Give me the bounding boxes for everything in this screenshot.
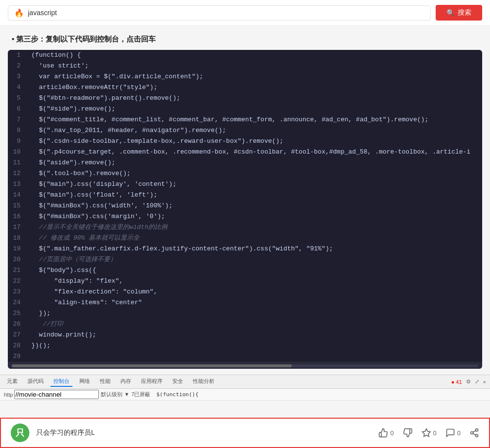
devtools-bottom: http 默认级别 ▼ 7已屏蔽 $(function(){	[0, 389, 490, 401]
table-row: 17 //显示不全关键在于修改这里的width的比例	[8, 222, 482, 233]
line-number: 9	[8, 136, 25, 147]
line-number: 5	[8, 93, 25, 104]
line-code: "flex-direction": "column",	[25, 287, 482, 297]
svg-marker-0	[422, 429, 430, 437]
devtools-tab-application[interactable]: 应用程序	[138, 377, 165, 387]
line-number: 19	[8, 244, 25, 254]
line-code: "display": "flex",	[25, 276, 482, 287]
line-code: $(".tool-box").remove();	[25, 168, 482, 179]
dislike-icon	[403, 428, 413, 438]
line-code: $("#comment_title, #comment_list, #comme…	[25, 114, 482, 125]
settings-icon[interactable]: ⚙	[466, 379, 471, 385]
bottom-code: $(function(){	[157, 391, 199, 398]
line-number: 12	[8, 168, 25, 179]
line-number: 28	[8, 340, 25, 351]
line-code	[25, 351, 482, 362]
search-input[interactable]	[28, 9, 424, 17]
line-code: articleBox.removeAttr("style");	[25, 82, 482, 93]
line-code: })();	[25, 340, 482, 351]
devtools-right: ● 41 ⚙ ⤢ ×	[451, 379, 486, 385]
devtools-tab-memory[interactable]: 内存	[117, 377, 134, 387]
devtools-tab-performance[interactable]: 性能	[97, 377, 114, 387]
close-icon[interactable]: ×	[483, 379, 486, 385]
devtools-tab-network[interactable]: 网络	[76, 377, 93, 387]
table-row: 22 "display": "flex",	[8, 276, 482, 287]
line-number: 24	[8, 297, 25, 308]
svg-point-2	[471, 432, 473, 434]
devtools-tab-elements[interactable]: 元素	[4, 377, 21, 387]
filter-label[interactable]: 默认级别 ▼	[101, 391, 129, 398]
devtools-tab-profiler[interactable]: 性能分析	[190, 377, 217, 387]
search-button[interactable]: 🔍 搜索	[436, 5, 482, 21]
line-code: $(".p4course_target, .comment-box, .reco…	[25, 147, 482, 157]
table-row: 12 $(".tool-box").remove();	[8, 168, 482, 179]
scrollbar-thumb[interactable]	[12, 364, 292, 367]
blocked-label: 7已屏蔽	[131, 391, 150, 398]
url-label: http	[4, 392, 13, 398]
share-icon	[469, 428, 479, 438]
comment-count: 0	[457, 429, 461, 437]
line-number: 3	[8, 71, 25, 82]
url-input[interactable]	[14, 390, 99, 399]
table-row: 23 "flex-direction": "column",	[8, 287, 482, 297]
line-number: 8	[8, 125, 25, 136]
url-bar: http	[4, 390, 99, 399]
line-number: 1	[8, 50, 25, 61]
line-number: 4	[8, 82, 25, 93]
line-number: 22	[8, 276, 25, 287]
line-number: 26	[8, 319, 25, 330]
code-container: 1(function() {2 'use strict';3 var artic…	[8, 50, 482, 369]
table-row: 28})();	[8, 340, 482, 351]
devtools-tab-sources[interactable]: 源代码	[24, 377, 47, 387]
error-badge: ● 41	[451, 379, 462, 385]
line-code: window.print();	[25, 330, 482, 340]
table-row: 11 $("aside").remove();	[8, 157, 482, 168]
table-row: 15 $("#mainBox").css('width', '100%');	[8, 201, 482, 211]
table-row: 25 });	[8, 308, 482, 319]
scrollbar-area[interactable]	[8, 362, 482, 369]
table-row: 19 $(".main_father.clearfix.d-flex.justi…	[8, 244, 482, 254]
search-icon: 🔍	[446, 9, 455, 17]
comment-icon	[445, 428, 455, 438]
like-group[interactable]: 0	[378, 428, 394, 438]
comment-group[interactable]: 0	[445, 428, 461, 438]
line-number: 29	[8, 351, 25, 362]
like-icon	[378, 428, 388, 438]
svg-line-5	[473, 430, 476, 432]
expand-icon[interactable]: ⤢	[475, 379, 479, 385]
avatar-letter: 只	[16, 427, 24, 439]
table-row: 1(function() {	[8, 50, 482, 61]
star-icon	[421, 428, 431, 438]
share-group[interactable]	[469, 428, 479, 438]
line-number: 20	[8, 254, 25, 265]
table-row: 9 $(".csdn-side-toolbar,.template-box,.r…	[8, 136, 482, 147]
scrollbar-track[interactable]	[12, 364, 478, 367]
star-group[interactable]: 0	[421, 428, 437, 438]
line-code: $(".csdn-side-toolbar,.template-box,.rew…	[25, 136, 482, 147]
devtools-tabs: 元素 源代码 控制台 网络 性能 内存 应用程序 安全 性能分析	[4, 377, 217, 387]
table-row: 6 $("#side").remove();	[8, 104, 482, 114]
line-code: $("aside").remove();	[25, 157, 482, 168]
line-code: $("#mainBox").css('margin', '0');	[25, 211, 482, 222]
table-row: 8 $(".nav_top_2011, #header, #navigator"…	[8, 125, 482, 136]
line-number: 27	[8, 330, 25, 340]
devtools-tab-console[interactable]: 控制台	[50, 377, 72, 387]
table-row: 29	[8, 351, 482, 362]
fire-icon: 🔥	[14, 8, 24, 18]
table-row: 26 //打印	[8, 319, 482, 330]
table-row: 18 // 修改成 90% 基本就可以显示全	[8, 233, 482, 244]
table-row: 2 'use strict';	[8, 61, 482, 71]
table-row: 13 $("main").css('display', 'content');	[8, 179, 482, 190]
search-input-wrap: 🔥	[8, 5, 431, 21]
line-number: 7	[8, 114, 25, 125]
svg-line-4	[473, 433, 476, 435]
line-number: 15	[8, 201, 25, 211]
line-code: $("#side").remove();	[25, 104, 482, 114]
line-code: $("#mainBox").css('width', '100%');	[25, 201, 482, 211]
dislike-group[interactable]	[403, 428, 413, 438]
line-number: 25	[8, 308, 25, 319]
search-label: 搜索	[458, 8, 471, 17]
devtools-tab-security[interactable]: 安全	[169, 377, 186, 387]
line-number: 13	[8, 179, 25, 190]
action-icons: 0 0 0	[378, 428, 479, 438]
